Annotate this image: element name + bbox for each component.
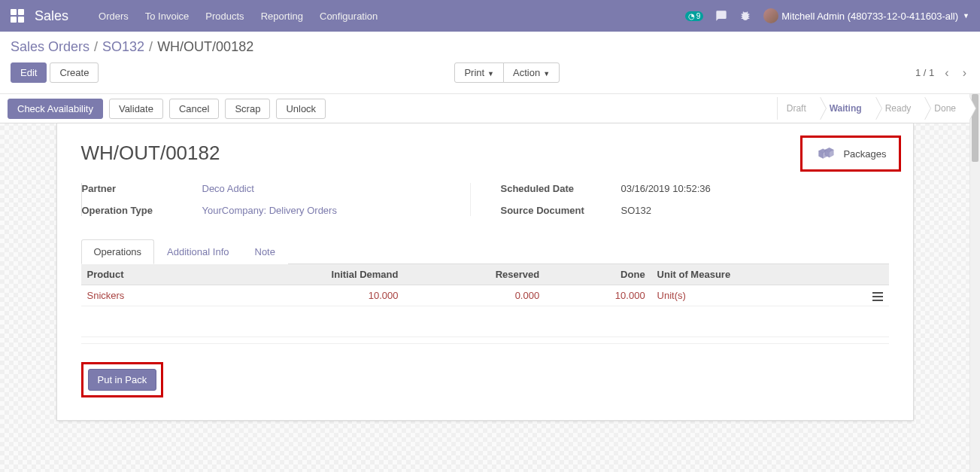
packages-icon <box>815 145 836 162</box>
status-draft[interactable]: Draft <box>777 97 820 120</box>
debug-icon[interactable] <box>739 10 751 22</box>
topnav: Orders To Invoice Products Reporting Con… <box>99 11 378 22</box>
packages-button[interactable]: Packages <box>800 136 900 172</box>
statusbar: Check Availability Validate Cancel Scrap… <box>0 94 969 123</box>
put-in-pack-button[interactable]: Put in Pack <box>88 369 157 391</box>
pager: 1 / 1 ‹ › <box>915 66 969 80</box>
chevron-down-icon: ▼ <box>487 70 494 78</box>
chevron-down-icon: ▼ <box>963 12 969 20</box>
col-done[interactable]: Done <box>545 264 651 285</box>
clock-icon: ◔ <box>688 12 695 20</box>
edit-button[interactable]: Edit <box>11 62 47 83</box>
source-document-value: SO132 <box>621 205 889 216</box>
scrap-button[interactable]: Scrap <box>225 99 270 119</box>
print-action-group: Print▼ Action▼ <box>454 62 560 83</box>
status-steps: Draft Waiting Ready Done <box>777 97 969 120</box>
row-reserved: 0.000 <box>404 285 545 306</box>
breadcrumb-sep: / <box>94 39 98 55</box>
nav-to-invoice[interactable]: To Invoice <box>145 11 190 22</box>
systray: ◔9 Mitchell Admin (480733-12-0-411603-al… <box>685 8 969 23</box>
validate-button[interactable]: Validate <box>109 99 163 119</box>
pager-text: 1 / 1 <box>915 67 934 78</box>
operation-type-value[interactable]: YourCompany: Delivery Orders <box>202 205 337 216</box>
nav-reporting[interactable]: Reporting <box>261 11 303 22</box>
nav-orders[interactable]: Orders <box>99 11 129 22</box>
col-reserved[interactable]: Reserved <box>404 264 545 285</box>
user-name: Mitchell Admin (480733-12-0-411603-all) <box>781 11 958 22</box>
row-product[interactable]: Snickers <box>87 290 125 301</box>
page-title: WH/OUT/00182 <box>81 142 889 165</box>
breadcrumb-sep: / <box>149 39 153 55</box>
avatar <box>763 8 778 23</box>
col-uom[interactable]: Unit of Measure <box>651 264 866 285</box>
tab-operations[interactable]: Operations <box>81 239 155 264</box>
col-actions <box>866 264 889 285</box>
svg-rect-6 <box>872 292 883 294</box>
svg-rect-7 <box>872 296 883 297</box>
pager-next[interactable]: › <box>960 66 969 80</box>
breadcrumb-root[interactable]: Sales Orders <box>11 39 90 55</box>
partner-value[interactable]: Deco Addict <box>202 183 254 194</box>
breadcrumb-level1[interactable]: SO132 <box>102 39 144 55</box>
action-dropdown[interactable]: Action▼ <box>503 62 560 83</box>
tab-note[interactable]: Note <box>242 239 288 264</box>
row-uom[interactable]: Unit(s) <box>657 290 686 301</box>
form-sheet: WH/OUT/00182 Packages Partner Deco <box>56 123 914 421</box>
apps-icon[interactable] <box>11 9 24 23</box>
create-button[interactable]: Create <box>50 62 99 83</box>
operations-table: Product Initial Demand Reserved Done Uni… <box>81 264 889 306</box>
col-initial-demand[interactable]: Initial Demand <box>205 264 404 285</box>
breadcrumb-current: WH/OUT/00182 <box>157 39 253 55</box>
check-availability-button[interactable]: Check Availability <box>8 99 103 119</box>
clock-count: 9 <box>696 12 701 20</box>
nav-configuration[interactable]: Configuration <box>320 11 378 22</box>
activity-icon[interactable]: ◔9 <box>685 11 704 21</box>
source-document-label: Source Document <box>501 205 621 216</box>
table-row[interactable]: Snickers 10.000 0.000 10.000 Unit(s) <box>81 285 889 306</box>
col-product[interactable]: Product <box>81 264 206 285</box>
user-menu[interactable]: Mitchell Admin (480733-12-0-411603-all) … <box>763 8 969 23</box>
breadcrumb: Sales Orders / SO132 / WH/OUT/00182 <box>11 39 969 55</box>
topbar: Sales Orders To Invoice Products Reporti… <box>0 0 980 32</box>
tabs: Operations Additional Info Note <box>81 239 889 264</box>
chevron-down-icon: ▼ <box>543 70 550 78</box>
brand: Sales <box>35 8 68 24</box>
put-in-pack-highlight: Put in Pack <box>81 362 164 397</box>
cancel-button[interactable]: Cancel <box>169 99 219 119</box>
status-waiting[interactable]: Waiting <box>820 97 875 120</box>
row-done: 10.000 <box>545 285 651 306</box>
scheduled-date-value: 03/16/2019 10:52:36 <box>621 183 889 194</box>
controlbar: Sales Orders / SO132 / WH/OUT/00182 Edit… <box>0 32 980 94</box>
row-initial-demand: 10.000 <box>205 285 404 306</box>
messages-icon[interactable] <box>715 10 727 22</box>
vertical-scrollbar[interactable] <box>969 94 980 472</box>
operation-type-label: Operation Type <box>82 205 202 216</box>
scheduled-date-label: Scheduled Date <box>501 183 621 194</box>
svg-rect-8 <box>872 300 883 301</box>
unlock-button[interactable]: Unlock <box>276 99 326 119</box>
pager-prev[interactable]: ‹ <box>942 66 951 80</box>
partner-label: Partner <box>82 183 202 194</box>
tab-additional-info[interactable]: Additional Info <box>154 239 241 264</box>
row-detail-icon[interactable] <box>866 285 889 306</box>
status-ready[interactable]: Ready <box>875 97 925 120</box>
print-dropdown[interactable]: Print▼ <box>454 62 504 83</box>
nav-products[interactable]: Products <box>205 11 244 22</box>
packages-label: Packages <box>843 148 886 160</box>
